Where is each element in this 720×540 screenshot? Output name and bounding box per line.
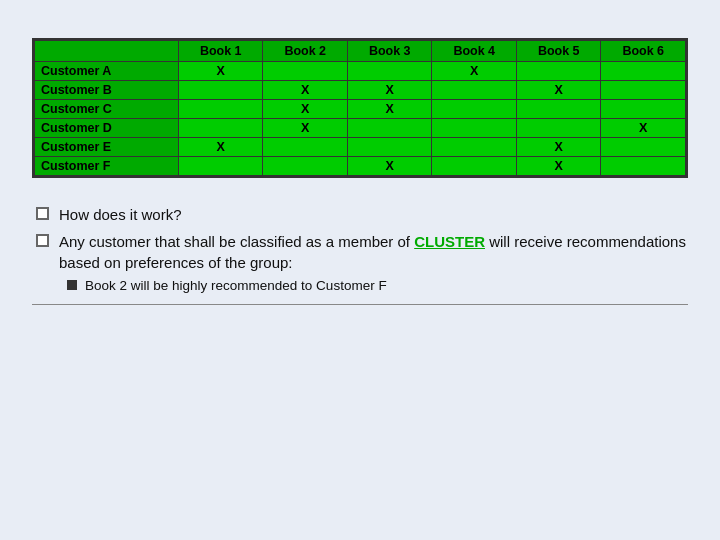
table-cell: [263, 157, 348, 176]
table-row: Customer EXX: [35, 138, 686, 157]
bullet-square-2: [36, 234, 49, 247]
table-row-label: Customer F: [35, 157, 179, 176]
table-cell: X: [516, 81, 601, 100]
table-cell: X: [263, 119, 348, 138]
table-cell: X: [347, 157, 432, 176]
table-header-cell: Book 1: [178, 41, 263, 62]
table-cell: [601, 138, 686, 157]
table-cell: [601, 157, 686, 176]
table-row: Customer BXXX: [35, 81, 686, 100]
table-cell: X: [347, 100, 432, 119]
cluster-highlight: CLUSTER: [414, 233, 485, 250]
table-row-label: Customer D: [35, 119, 179, 138]
table-header-cell: Book 4: [432, 41, 517, 62]
table-cell: X: [178, 138, 263, 157]
table-cell: X: [516, 138, 601, 157]
table-cell: [601, 62, 686, 81]
table-row: Customer DXX: [35, 119, 686, 138]
sub-bullet-item-1: Book 2 will be highly recommended to Cus…: [67, 277, 688, 296]
sub-bullet-square-1: [67, 280, 77, 290]
table-row-label: Customer E: [35, 138, 179, 157]
slide: Book 1Book 2Book 3Book 4Book 5Book 6 Cus…: [0, 0, 720, 540]
bullet-text-2: Any customer that shall be classified as…: [59, 231, 688, 298]
table-cell: [347, 119, 432, 138]
table-cell: [516, 62, 601, 81]
table-cell: X: [516, 157, 601, 176]
table-header-cell: Book 6: [601, 41, 686, 62]
table-header-cell: Book 3: [347, 41, 432, 62]
table-cell: X: [432, 62, 517, 81]
sub-bullet-list: Book 2 will be highly recommended to Cus…: [59, 277, 688, 296]
table-cell: X: [263, 100, 348, 119]
table-cell: X: [263, 81, 348, 100]
bullet-text-1: How does it work?: [59, 204, 688, 225]
table-cell: [432, 81, 517, 100]
table-cell: X: [178, 62, 263, 81]
table-cell: X: [347, 81, 432, 100]
clustering-table: Book 1Book 2Book 3Book 4Book 5Book 6 Cus…: [32, 38, 688, 178]
bullet-list: How does it work? Any customer that shal…: [32, 204, 688, 298]
table-cell: [178, 119, 263, 138]
table-header-cell: Book 5: [516, 41, 601, 62]
table-cell: [178, 157, 263, 176]
table-header-cell: Book 2: [263, 41, 348, 62]
table-cell: [347, 62, 432, 81]
bullet-item-1: How does it work?: [36, 204, 688, 225]
table-cell: [516, 100, 601, 119]
table-cell: [516, 119, 601, 138]
table-cell: X: [601, 119, 686, 138]
table-cell: [601, 100, 686, 119]
table-header-cell: [35, 41, 179, 62]
table-cell: [178, 81, 263, 100]
table-cell: [432, 157, 517, 176]
bullet-item-2: Any customer that shall be classified as…: [36, 231, 688, 298]
table-cell: [601, 81, 686, 100]
table-cell: [178, 100, 263, 119]
table-row-label: Customer A: [35, 62, 179, 81]
table-row: Customer AXX: [35, 62, 686, 81]
table-cell: [263, 138, 348, 157]
table-row: Customer CXX: [35, 100, 686, 119]
divider: [32, 304, 688, 305]
bullet-square-1: [36, 207, 49, 220]
table-cell: [432, 100, 517, 119]
sub-bullet-text-1: Book 2 will be highly recommended to Cus…: [85, 277, 387, 296]
table-row-label: Customer C: [35, 100, 179, 119]
table-cell: [263, 62, 348, 81]
table-cell: [347, 138, 432, 157]
table-row-label: Customer B: [35, 81, 179, 100]
table-cell: [432, 119, 517, 138]
table-row: Customer FXX: [35, 157, 686, 176]
table-cell: [432, 138, 517, 157]
